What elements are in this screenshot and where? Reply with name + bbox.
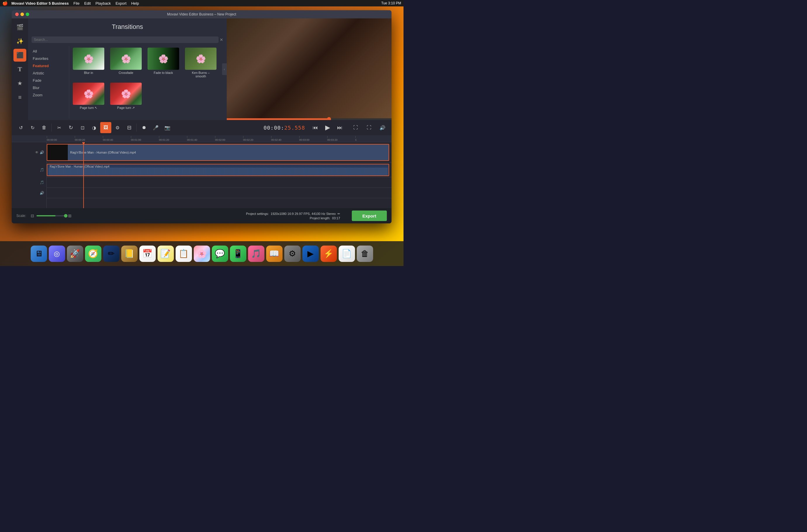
mic-button[interactable]: 🎤 [150,122,161,133]
cut-button[interactable]: ✂ [53,122,65,133]
dock-item-document[interactable]: 📄 [338,246,355,262]
dock-item-topnotch[interactable]: ⚡ [320,246,337,262]
close-button[interactable] [15,13,19,16]
ruler-tick-6: 00:02:00 [215,136,243,141]
cat-favorites[interactable]: Favorites [28,55,69,62]
video-clip[interactable]: Rag'n'Bone Man - Human (Official Video).… [47,144,389,161]
transition-thumb-ken-burns: 🌸 [185,48,217,70]
dock-item-system-preferences[interactable]: ⚙ [284,246,301,262]
transition-thumb-blur-in: 🌸 [73,48,104,70]
transitions-icon: ⬛ [16,52,24,59]
menu-playback[interactable]: Playback [95,1,111,5]
menu-app-name[interactable]: Movavi Video Editor 5 Business [12,1,69,5]
cat-all[interactable]: All [28,48,69,55]
cat-blur[interactable]: Blur [28,84,69,91]
playhead[interactable] [83,142,84,208]
dock-item-finder[interactable]: 🖥 [31,246,47,262]
ruler-tick-4: 00:01:20 [159,136,187,141]
dock-item-facetime[interactable]: 📱 [230,246,246,262]
transition-page-turn-l[interactable]: 🌸 Page turn ↖ [73,83,104,110]
flower-icon-crossfade: 🌸 [121,54,131,64]
sidebar-btn-transitions[interactable]: ⬛ [14,49,26,62]
sidebar-btn-media[interactable]: 🎬 [14,21,26,34]
photos-icon: 🌸 [197,249,207,259]
topnotch-icon: ⚡ [324,249,334,259]
dock-item-safari[interactable]: 🧭 [85,246,102,262]
contacts-icon: 📒 [124,249,134,259]
play-button[interactable]: ▶ [323,122,332,133]
music-track-label: 🎵 [12,177,47,188]
cat-artistic[interactable]: Artistic [28,70,69,77]
siri-icon: ◎ [54,250,60,258]
redo-button[interactable]: ↻ [27,122,38,133]
document-icon: 📄 [342,249,352,259]
dock-item-photos[interactable]: 🌸 [194,246,210,262]
dock-item-itunes[interactable]: 🎵 [248,246,264,262]
dock-item-trash[interactable]: 🗑 [357,246,373,262]
transition-page-turn-r[interactable]: 🌸 Page turn ↗ [110,83,142,110]
record-button[interactable]: ⏺ [139,122,150,133]
menu-export[interactable]: Export [115,1,127,5]
effects-icon: ✨ [16,38,24,45]
menu-help[interactable]: Help [131,1,139,5]
webcam-button[interactable]: 📷 [162,122,173,133]
timeline-tracks[interactable]: Rag'n'Bone Man - Human (Official Video).… [47,142,391,208]
dock-item-notes[interactable]: 📝 [158,246,174,262]
search-input[interactable] [32,37,219,43]
sidebar-btn-filters[interactable]: ≡ [14,91,26,104]
minimize-button[interactable] [20,13,24,16]
dock-item-calendar[interactable]: 📅 [140,246,156,262]
image-button[interactable]: 🖼 [100,122,111,133]
dock-item-contacts[interactable]: 📒 [121,246,137,262]
cat-fade[interactable]: Fade [28,77,69,84]
preview-progress-handle[interactable] [327,117,331,120]
sidebar-btn-effects[interactable]: ✨ [14,35,26,48]
scale-handle[interactable] [64,214,68,217]
crop-icon: ⊡ [81,125,85,131]
dock-item-launchpad[interactable]: 🚀 [67,246,83,262]
scale-slider[interactable] [37,215,66,216]
undo-icon: ↺ [19,125,23,131]
skip-forward-button[interactable]: ⏭ [335,122,345,133]
transition-label-crossfade: Crossfade [118,71,133,74]
apple-menu[interactable]: 🍎 [2,1,8,6]
maximize-button[interactable] [26,13,29,16]
dock-item-ibooks[interactable]: 📖 [266,246,282,262]
export-screen-button[interactable]: ⛶ [350,122,361,133]
equalizer-icon: ⊟ [127,125,131,131]
volume-button[interactable]: 🔊 [377,122,388,133]
crop-button[interactable]: ⊡ [77,122,88,133]
audio-eq-button[interactable]: ⊟ [124,122,135,133]
dock-item-siri[interactable]: ◎ [49,246,65,262]
collapse-panel-button[interactable]: ‹ [222,63,227,75]
settings-button[interactable]: ⚙ [112,122,123,133]
menu-file[interactable]: File [73,1,79,5]
cat-featured[interactable]: Featured [28,62,69,70]
color-button[interactable]: ◑ [89,122,99,133]
sidebar-btn-titles[interactable]: T [14,63,26,76]
transition-crossfade[interactable]: 🌸 Crossfade [110,48,142,78]
cat-zoom[interactable]: Zoom [28,91,69,99]
skip-back-button[interactable]: ⏮ [310,122,320,133]
flower-icon-page-turn-l: 🌸 [84,89,94,99]
rotate-button[interactable]: ↻ [65,122,76,133]
audio-clip[interactable]: Rag'n'Bone Man - Human (Official Video).… [47,164,389,176]
sidebar-btn-stickers[interactable]: ★ [14,77,26,90]
fullscreen-button[interactable]: ⛶ [364,122,374,133]
preview-progress-bar[interactable] [227,118,391,120]
undo-button[interactable]: ↺ [15,122,26,133]
transition-blur-in[interactable]: 🌸 Blur in [73,48,104,78]
video-frame [227,18,391,118]
search-clear-icon[interactable]: ✕ [220,37,223,42]
delete-button[interactable]: 🗑 [39,122,50,133]
dock-item-messages[interactable]: 💬 [212,246,228,262]
transition-fade-to-black[interactable]: 🌸 Fade to black [148,48,179,78]
dock-item-movavi[interactable]: ▶ [302,246,319,262]
transition-thumb-page-turn-l: 🌸 [73,83,104,105]
dock-item-pencil[interactable]: ✏ [103,246,120,262]
export-button[interactable]: Export [352,210,387,221]
dock-item-reminders[interactable]: 📋 [176,246,192,262]
edit-settings-icon[interactable]: ✏ [337,212,340,215]
menu-edit[interactable]: Edit [84,1,91,5]
transition-ken-burns[interactable]: 🌸 Ken Burns – smooth [185,48,217,78]
